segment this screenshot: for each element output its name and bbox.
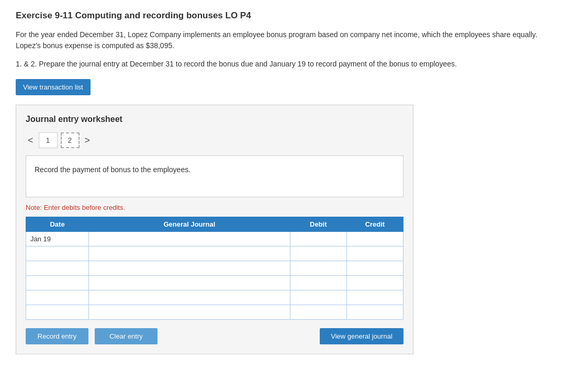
table-row — [26, 276, 403, 290]
credit-cell-4[interactable] — [346, 276, 403, 290]
gj-input-2[interactable] — [96, 250, 287, 257]
debit-input-6[interactable] — [294, 308, 343, 316]
exercise-title: Exercise 9-11 Computing and recording bo… — [16, 10, 556, 21]
gj-cell-6[interactable] — [89, 305, 290, 320]
debit-cell-3[interactable] — [290, 261, 346, 276]
table-row: Jan 19 — [26, 232, 403, 247]
chevron-right-icon[interactable]: > — [83, 135, 93, 146]
debit-cell-6[interactable] — [290, 305, 346, 320]
gj-cell-4[interactable] — [89, 276, 290, 290]
credit-input-6[interactable] — [350, 308, 400, 316]
journal-worksheet: Journal entry worksheet < 1 2 > Record t… — [16, 105, 413, 354]
instruction-text: 1. & 2. Prepare the journal entry at Dec… — [16, 59, 539, 70]
debit-cell-5[interactable] — [290, 290, 346, 305]
credit-cell-1[interactable] — [346, 232, 403, 247]
credit-input-1[interactable] — [350, 235, 400, 243]
col-header-debit: Debit — [290, 217, 346, 232]
debit-cell-2[interactable] — [290, 247, 346, 261]
debit-input-3[interactable] — [294, 264, 343, 272]
col-header-date: Date — [26, 217, 89, 232]
note-text: Note: Enter debits before credits. — [26, 204, 403, 211]
credit-cell-2[interactable] — [346, 247, 403, 261]
debit-input-5[interactable] — [294, 294, 343, 301]
gj-input-4[interactable] — [96, 279, 287, 287]
worksheet-instruction-text: Record the payment of bonus to the emplo… — [35, 165, 190, 174]
tab-navigation: < 1 2 > — [26, 132, 403, 148]
col-header-general-journal: General Journal — [89, 217, 290, 232]
table-row — [26, 290, 403, 305]
view-transaction-button[interactable]: View transaction list — [16, 79, 91, 95]
date-cell-3 — [26, 261, 89, 276]
date-cell-1: Jan 19 — [26, 232, 89, 247]
debit-cell-4[interactable] — [290, 276, 346, 290]
gj-cell-3[interactable] — [89, 261, 290, 276]
gj-input-3[interactable] — [96, 264, 287, 272]
debit-input-4[interactable] — [294, 279, 343, 287]
table-row — [26, 261, 403, 276]
date-cell-2 — [26, 247, 89, 261]
gj-cell-2[interactable] — [89, 247, 290, 261]
debit-cell-1[interactable] — [290, 232, 346, 247]
table-row — [26, 305, 403, 320]
date-cell-5 — [26, 290, 89, 305]
date-cell-4 — [26, 276, 89, 290]
date-cell-6 — [26, 305, 89, 320]
tab-1[interactable]: 1 — [39, 132, 58, 148]
chevron-left-icon[interactable]: < — [26, 135, 36, 146]
button-row: Record entry Clear entry View general jo… — [26, 328, 403, 344]
gj-input-6[interactable] — [96, 308, 287, 316]
col-header-credit: Credit — [346, 217, 403, 232]
credit-cell-6[interactable] — [346, 305, 403, 320]
credit-input-5[interactable] — [350, 294, 400, 301]
view-general-journal-button[interactable]: View general journal — [320, 328, 403, 344]
tab-2[interactable]: 2 — [61, 132, 80, 148]
gj-input-5[interactable] — [96, 294, 287, 301]
record-entry-button[interactable]: Record entry — [26, 328, 88, 344]
table-row — [26, 247, 403, 261]
credit-cell-3[interactable] — [346, 261, 403, 276]
gj-input-1[interactable] — [96, 235, 287, 243]
worksheet-title: Journal entry worksheet — [26, 115, 403, 124]
instruction-box: Record the payment of bonus to the emplo… — [26, 155, 403, 197]
debit-input-1[interactable] — [294, 235, 343, 243]
debit-input-2[interactable] — [294, 250, 343, 257]
clear-entry-button[interactable]: Clear entry — [95, 328, 158, 344]
intro-text: For the year ended December 31, Lopez Co… — [16, 29, 556, 51]
gj-cell-5[interactable] — [89, 290, 290, 305]
gj-cell-1[interactable] — [89, 232, 290, 247]
credit-input-4[interactable] — [350, 279, 400, 287]
credit-input-2[interactable] — [350, 250, 400, 257]
journal-table: Date General Journal Debit Credit Jan 19 — [26, 217, 403, 320]
credit-cell-5[interactable] — [346, 290, 403, 305]
credit-input-3[interactable] — [350, 264, 400, 272]
